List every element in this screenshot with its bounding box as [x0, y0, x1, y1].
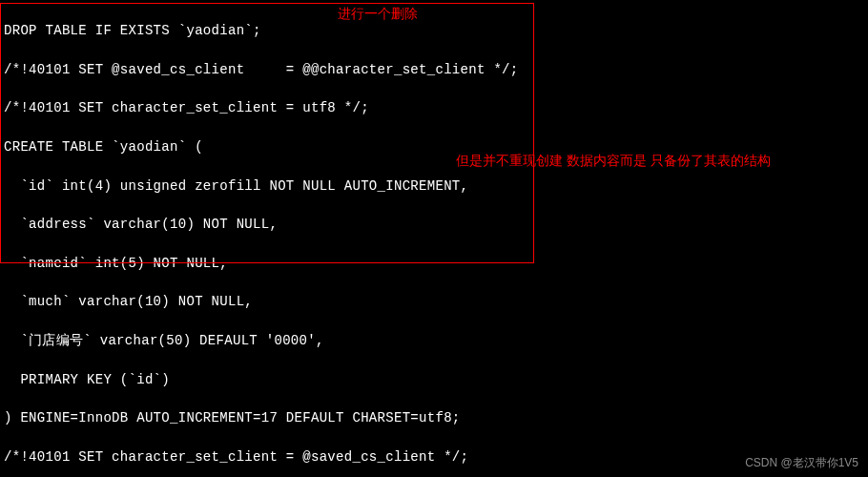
sql-line: `门店编号` varchar(50) DEFAULT '0000',	[4, 331, 864, 350]
sql-line: /*!40101 SET @saved_cs_client = @@charac…	[4, 60, 864, 79]
sql-line: `nameid` int(5) NOT NULL,	[4, 254, 864, 273]
sql-line: `much` varchar(10) NOT NULL,	[4, 292, 864, 311]
sql-line: PRIMARY KEY (`id`)	[4, 370, 864, 389]
sql-line: `address` varchar(10) NOT NULL,	[4, 215, 864, 234]
annotation-delete: 进行一个删除	[338, 4, 418, 23]
sql-line: `id` int(4) unsigned zerofill NOT NULL A…	[4, 176, 864, 196]
sql-line: ) ENGINE=InnoDB AUTO_INCREMENT=17 DEFAUL…	[4, 408, 864, 427]
sql-line: /*!40101 SET character_set_client = utf8…	[4, 98, 864, 117]
terminal-output: DROP TABLE IF EXISTS `yaodian`; /*!40101…	[4, 2, 864, 477]
annotation-structure-only: 但是并不重现创建 数据内容而是 只备份了其表的结构	[456, 151, 771, 170]
sql-line: /*!40101 SET character_set_client = @sav…	[4, 447, 864, 467]
watermark-text: CSDN @老汉带你1V5	[745, 455, 858, 471]
sql-line: DROP TABLE IF EXISTS `yaodian`;	[4, 21, 864, 40]
